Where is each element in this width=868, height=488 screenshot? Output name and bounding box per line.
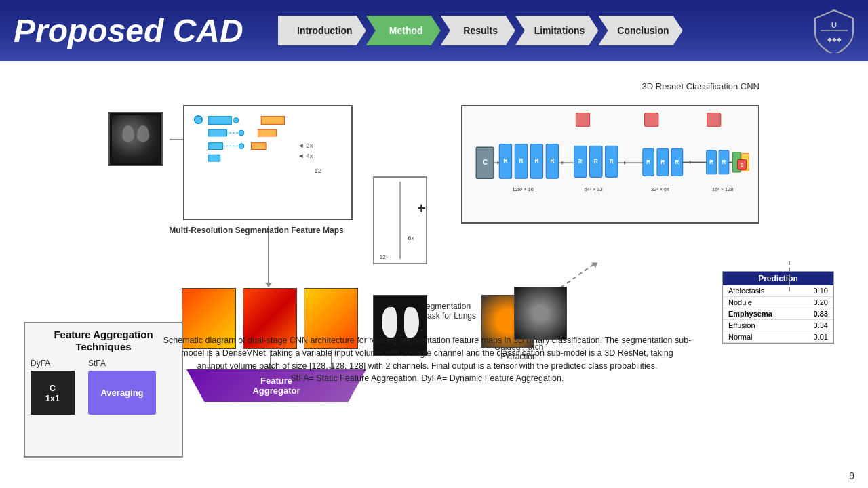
- tab-limitations[interactable]: Limitations: [515, 16, 599, 45]
- patch-image-2: [514, 287, 567, 340]
- svg-text:32³ × 64: 32³ × 64: [651, 186, 669, 192]
- svg-text:R: R: [578, 159, 583, 165]
- svg-rect-6: [208, 143, 222, 150]
- svg-text:R: R: [660, 159, 665, 165]
- svg-marker-66: [624, 161, 626, 165]
- svg-marker-69: [690, 161, 692, 165]
- svg-text:◄ 4x: ◄ 4x: [298, 152, 313, 159]
- svg-text:R: R: [594, 159, 598, 165]
- ct-to-unet-arrow: [170, 139, 184, 140]
- svg-text:12¹: 12¹: [380, 253, 389, 260]
- prediction-table-header: Prediction: [723, 272, 833, 285]
- page-title: Proposed CAD: [14, 12, 243, 49]
- ct-scan-image: [108, 112, 163, 166]
- svg-text:◆◆◆: ◆◆◆: [827, 36, 842, 43]
- svg-text:R: R: [610, 159, 614, 165]
- svg-rect-25: [707, 113, 721, 127]
- unet-diagram: ◄ 2x ◄ 4x 12: [183, 105, 353, 220]
- svg-text:R: R: [519, 158, 523, 164]
- svg-rect-24: [645, 113, 658, 127]
- svg-text:R: R: [646, 159, 650, 165]
- svg-text:16³ × 128: 16³ × 128: [712, 186, 733, 192]
- prediction-table: Prediction Atelectasis 0.10 Nodule 0.20 …: [722, 271, 834, 344]
- navigation-tabs: Introduction Method Results Limitations …: [278, 16, 683, 45]
- pred-row-nodule: Nodule 0.20: [723, 297, 833, 308]
- tab-method[interactable]: Method: [366, 16, 441, 45]
- tab-results[interactable]: Results: [441, 16, 515, 45]
- svg-text:R: R: [550, 158, 554, 164]
- resnet-label: 3D Resnet Classification CNN: [642, 81, 760, 92]
- svg-rect-8: [252, 143, 266, 150]
- svg-text:12: 12: [314, 167, 321, 174]
- tab-conclusion[interactable]: Conclusion: [598, 16, 682, 45]
- svg-text:6x: 6x: [408, 235, 414, 241]
- svg-text:U: U: [831, 21, 837, 29]
- svg-text:R: R: [534, 158, 538, 164]
- resnet-to-pred-arrow: [789, 261, 790, 291]
- svg-text:128³ × 16: 128³ × 16: [513, 186, 534, 192]
- svg-rect-10: [261, 117, 284, 125]
- svg-text:S: S: [741, 162, 744, 168]
- pred-row-emphysema: Emphysema 0.83: [723, 308, 833, 320]
- svg-text:64³ × 32: 64³ × 32: [585, 186, 603, 192]
- seg-mask-label: Segmentation mask for Lungs: [420, 302, 481, 321]
- feature-maps-label: Multi-Resolution Segmentation Feature Ma…: [161, 226, 351, 235]
- page-number: 9: [849, 470, 854, 481]
- svg-point-11: [233, 118, 239, 123]
- pred-row-effusion: Effusion 0.34: [723, 320, 833, 331]
- svg-rect-9: [258, 129, 276, 136]
- pred-row-atelectasis: Atelectasis 0.10: [723, 285, 833, 297]
- svg-rect-23: [576, 113, 589, 127]
- unet-output-box: 6x 12¹: [373, 176, 427, 264]
- svg-text:◄ 2x: ◄ 2x: [298, 142, 313, 149]
- svg-point-3: [195, 116, 203, 124]
- caption: Schematic diagram of dual-stage CNN arch…: [0, 334, 854, 385]
- svg-text:R: R: [503, 158, 507, 164]
- svg-text:R: R: [675, 159, 679, 165]
- main-content: 3D Resnet Classification CNN: [0, 61, 868, 393]
- svg-rect-7: [208, 155, 220, 161]
- resnet-cnn-diagram: C R R R R 128³ × 16 R R R: [461, 105, 760, 224]
- shield-icon: U ◆◆◆: [814, 9, 854, 53]
- svg-text:R: R: [709, 159, 713, 165]
- university-logo: U ◆◆◆: [810, 7, 858, 54]
- svg-text:C: C: [482, 159, 488, 166]
- svg-text:R: R: [722, 159, 726, 165]
- tab-introduction[interactable]: Introduction: [278, 16, 366, 45]
- svg-rect-4: [208, 117, 231, 125]
- svg-marker-63: [561, 161, 564, 165]
- header: Proposed CAD Introduction Method Results…: [0, 0, 868, 61]
